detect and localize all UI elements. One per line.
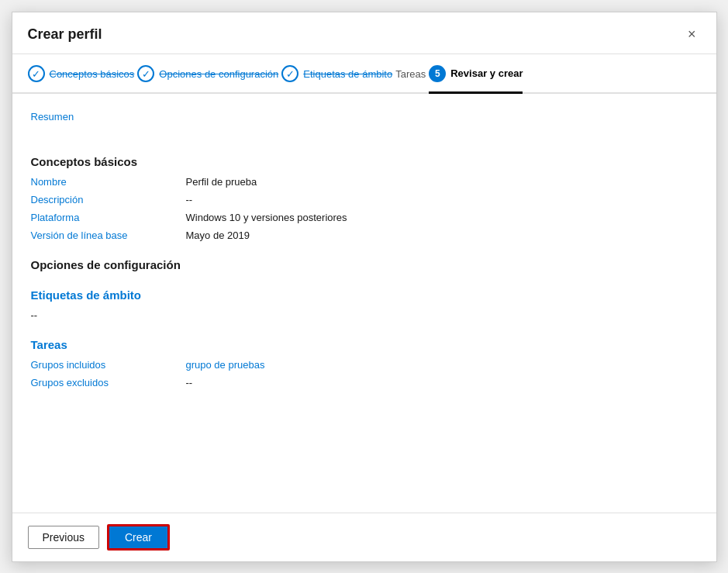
dialog-content: Resumen Conceptos básicos Nombre Perfil … — [12, 94, 716, 513]
step-etiquetas[interactable]: Etiquetas de ámbito — [281, 65, 392, 91]
step-etiquetas-icon — [281, 65, 298, 82]
value-version: Mayo de 2019 — [186, 230, 250, 241]
step-conceptos-icon — [28, 65, 45, 82]
label-plataforma: Plataforma — [31, 212, 186, 223]
conceptos-section-title: Conceptos básicos — [31, 155, 698, 168]
label-grupos-incluidos: Grupos incluidos — [31, 359, 186, 371]
value-nombre: Perfil de prueba — [186, 176, 257, 188]
field-nombre: Nombre Perfil de prueba — [31, 176, 698, 188]
field-version: Versión de línea base Mayo de 2019 — [31, 230, 698, 241]
step-revisar[interactable]: 5 Revisar y crear — [429, 65, 523, 94]
label-version: Versión de línea base — [31, 230, 186, 241]
step-tareas-label: Tareas — [395, 68, 426, 80]
dialog-footer: Previous Crear — [12, 513, 716, 561]
value-grupos-incluidos[interactable]: grupo de pruebas — [186, 359, 265, 371]
field-plataforma: Plataforma Windows 10 y versiones poster… — [31, 212, 698, 223]
tareas-section-title: Tareas — [31, 338, 698, 351]
step-revisar-label: Revisar y crear — [450, 67, 523, 79]
resumen-link[interactable]: Resumen — [31, 111, 74, 123]
step-etiquetas-label: Etiquetas de ámbito — [303, 68, 392, 80]
step-conceptos[interactable]: Conceptos básicos — [28, 65, 135, 91]
field-descripcion: Descripción -- — [31, 194, 698, 205]
value-grupos-excluidos: -- — [186, 377, 193, 388]
step-conceptos-label: Conceptos básicos — [50, 68, 135, 80]
dialog-title: Crear perfil — [28, 26, 102, 43]
step-opciones[interactable]: Opciones de configuración — [137, 65, 278, 91]
crear-button[interactable]: Crear — [107, 524, 170, 551]
opciones-section-title: Opciones de configuración — [31, 258, 698, 271]
step-opciones-icon — [137, 65, 154, 82]
field-grupos-excluidos: Grupos excluidos -- — [31, 377, 698, 388]
value-descripcion: -- — [186, 194, 193, 205]
label-grupos-excluidos: Grupos excluidos — [31, 377, 186, 388]
label-descripcion: Descripción — [31, 194, 186, 205]
etiquetas-value: -- — [31, 309, 698, 321]
dialog-header: Crear perfil × — [12, 12, 716, 54]
etiquetas-section-title: Etiquetas de ámbito — [31, 288, 698, 302]
value-plataforma: Windows 10 y versiones posteriores — [186, 212, 347, 223]
step-revisar-icon: 5 — [429, 65, 446, 82]
label-nombre: Nombre — [31, 176, 186, 188]
create-profile-dialog: Crear perfil × Conceptos básicos Opcione… — [12, 12, 717, 562]
steps-bar: Conceptos básicos Opciones de configurac… — [12, 54, 716, 94]
step-tareas[interactable]: Tareas — [395, 68, 426, 89]
field-grupos-incluidos: Grupos incluidos grupo de pruebas — [31, 359, 698, 371]
previous-button[interactable]: Previous — [28, 526, 99, 549]
close-button[interactable]: × — [683, 25, 701, 44]
step-opciones-label: Opciones de configuración — [159, 68, 278, 80]
